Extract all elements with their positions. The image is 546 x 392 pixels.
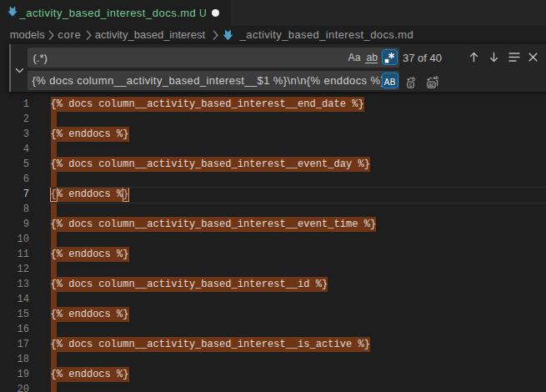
svg-text:b: b [412, 77, 415, 82]
svg-text:ac: ac [428, 82, 435, 88]
svg-text:ab: ab [433, 76, 438, 80]
svg-text:c: c [409, 81, 413, 87]
